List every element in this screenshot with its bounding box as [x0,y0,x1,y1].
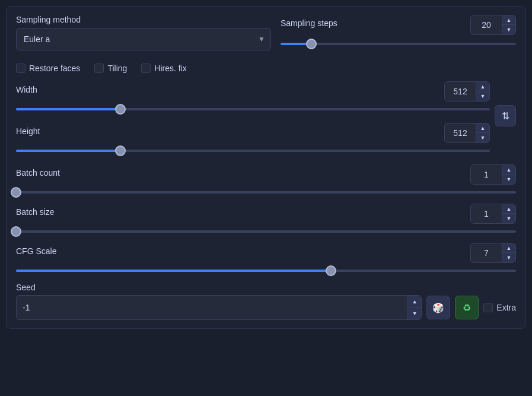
sampling-steps-down[interactable]: ▼ [502,25,515,34]
sampling-method-label: Sampling method [16,15,271,24]
height-input-wrapper: ▲ ▼ [444,123,490,143]
extra-label: Extra [496,303,516,312]
height-thumb[interactable] [115,145,126,156]
main-panel: Sampling method Euler a Euler LMS Heun D… [6,6,526,329]
cfg-scale-label: CFG Scale [16,246,56,256]
batch-size-input[interactable] [471,207,502,221]
sampling-steps-up[interactable]: ▲ [502,15,515,25]
seed-up[interactable]: ▲ [408,296,421,308]
random-seed-button[interactable]: 🎲 [426,296,450,319]
swap-icon: ⇅ [502,110,509,122]
width-label: Width [16,85,37,94]
width-input[interactable] [445,84,476,99]
sampling-steps-spinners: ▲ ▼ [502,15,515,34]
cfg-scale-thumb[interactable] [326,265,336,276]
batch-size-up[interactable]: ▲ [502,204,515,214]
seed-label: Seed [16,283,36,292]
extra-check-wrapper[interactable]: Extra [483,303,516,312]
tiling-label: Tiling [107,64,127,73]
batch-count-track [16,191,516,194]
seed-input[interactable] [17,298,407,317]
height-label: Height [16,126,40,136]
batch-count-slider[interactable] [16,187,516,198]
sampling-steps-thumb[interactable] [306,39,317,49]
batch-size-down[interactable]: ▼ [502,214,515,223]
hires-fix-checkbox[interactable] [141,64,151,73]
restore-faces-label: Restore faces [29,64,80,73]
batch-size-slider[interactable] [16,226,516,237]
width-thumb[interactable] [115,104,126,115]
height-down[interactable]: ▼ [476,133,489,142]
sampling-steps-input[interactable]: 20 [471,18,502,32]
swap-dimensions-button[interactable]: ⇅ [495,105,516,126]
batch-count-label: Batch count [16,168,60,178]
hires-fix-check[interactable]: Hires. fix [141,64,186,73]
cfg-scale-input-wrapper: ▲ ▼ [470,243,516,263]
width-down[interactable]: ▼ [476,91,489,101]
recycle-seed-button[interactable]: ♻ [455,296,479,319]
width-fill [16,108,120,110]
cfg-scale-track [16,270,516,272]
tiling-check[interactable]: Tiling [94,64,127,73]
extra-checkbox[interactable] [483,303,493,312]
seed-down[interactable]: ▼ [408,308,421,319]
dice-icon: 🎲 [432,302,444,313]
batch-count-up[interactable]: ▲ [502,165,515,175]
sampling-method-select[interactable]: Euler a Euler LMS Heun DPM2 DDIM PLMS [16,28,271,50]
recycle-icon: ♻ [463,302,471,313]
width-track [16,108,490,110]
hires-fix-label: Hires. fix [154,64,186,73]
width-input-wrapper: ▲ ▼ [444,81,490,102]
restore-faces-check[interactable]: Restore faces [16,64,80,73]
batch-count-input[interactable] [471,167,502,182]
batch-count-down[interactable]: ▼ [502,175,515,184]
tiling-checkbox[interactable] [94,64,104,73]
sampling-method-dropdown-wrapper[interactable]: Euler a Euler LMS Heun DPM2 DDIM PLMS ▼ [16,28,271,50]
restore-faces-checkbox[interactable] [16,64,26,73]
cfg-scale-down[interactable]: ▼ [502,253,515,262]
sampling-steps-slider[interactable] [281,39,516,49]
width-up[interactable]: ▲ [476,82,489,91]
height-slider[interactable] [16,145,490,156]
batch-size-label: Batch size [16,207,55,217]
seed-input-wrapper: ▲ ▼ [16,295,422,320]
batch-count-input-wrapper: ▲ ▼ [470,164,516,185]
height-input[interactable] [445,126,476,140]
sampling-steps-label: Sampling steps [281,18,337,28]
batch-size-input-wrapper: ▲ ▼ [470,204,516,224]
cfg-scale-fill [16,270,331,272]
batch-count-thumb[interactable] [11,187,21,198]
height-up[interactable]: ▲ [476,123,489,133]
height-track [16,150,490,152]
width-slider[interactable] [16,104,490,115]
sampling-steps-input-wrapper: 20 ▲ ▼ [470,15,516,35]
cfg-scale-up[interactable]: ▲ [502,243,515,253]
seed-spinners: ▲ ▼ [407,296,421,319]
batch-size-track [16,230,516,233]
checkboxes-row: Restore faces Tiling Hires. fix [16,64,516,73]
cfg-scale-slider[interactable] [16,265,516,276]
batch-size-thumb[interactable] [11,226,21,237]
cfg-scale-input[interactable] [471,246,502,260]
height-fill [16,150,120,152]
